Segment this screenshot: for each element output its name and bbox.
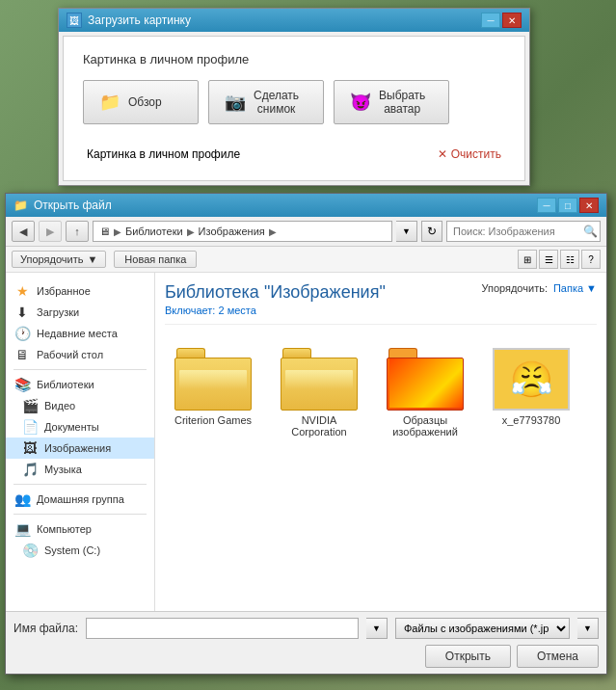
images-icon: 🖼: [21, 440, 39, 456]
file-item-nvidia[interactable]: NVIDIACorporation: [271, 344, 367, 441]
file-close-button[interactable]: ✕: [579, 198, 599, 213]
sidebar-computer-label: Компьютер: [37, 523, 92, 535]
sidebar-item-systemc[interactable]: 💿 System (C:): [6, 540, 154, 561]
sidebar-downloads-label: Загрузки: [37, 306, 79, 318]
new-folder-button[interactable]: Новая папка: [114, 251, 197, 268]
homegroup-section: 👥 Домашняя группа: [6, 489, 154, 510]
file-dialog: 📁 Открыть файл ─ □ ✕ ◀ ▶ ↑ 🖥 ▶ Библиотек…: [5, 193, 607, 675]
browse-label: Обзор: [128, 95, 162, 109]
browse-icon: 📁: [99, 92, 121, 113]
address-dropdown[interactable]: ▼: [396, 221, 417, 242]
meme-thumbnail: 😤: [493, 348, 570, 411]
avatar-button[interactable]: 😈 Выбратьаватар: [334, 80, 449, 124]
file-dialog-titlebar: 📁 Открыть файл ─ □ ✕: [6, 194, 606, 217]
computer-icon: 💻: [13, 521, 31, 537]
file-dialog-icon: 📁: [13, 199, 28, 212]
address-bar[interactable]: 🖥 ▶ Библиотеки ▶ Изображения ▶: [93, 221, 392, 242]
nvidia-label: NVIDIACorporation: [291, 414, 346, 438]
sidebar-item-video[interactable]: 🎬 Видео: [6, 395, 154, 416]
forward-button[interactable]: ▶: [39, 221, 62, 242]
view-details-button[interactable]: ☷: [560, 250, 579, 269]
refresh-button[interactable]: ↻: [421, 221, 442, 242]
browse-button[interactable]: 📁 Обзор: [83, 80, 199, 124]
clear-link[interactable]: ✕ Очистить: [438, 147, 501, 161]
search-container: 🔍: [446, 221, 601, 242]
library-subtitle-link[interactable]: 2 места: [218, 305, 255, 316]
organize-button[interactable]: Упорядочить ▼: [12, 251, 106, 268]
close-button[interactable]: ✕: [502, 13, 522, 28]
upload-footer-text: Картинка в личном профиле: [87, 147, 240, 161]
meme-label: x_e7793780: [502, 414, 561, 426]
libraries-section: 📚 Библиотеки 🎬 Видео 📄 Документы 🖼 Изобр…: [6, 374, 154, 480]
clear-x-icon: ✕: [438, 147, 447, 161]
sidebar-sep-3: [13, 514, 147, 515]
sidebar-item-libraries[interactable]: 📚 Библиотеки: [6, 374, 154, 395]
downloads-icon: ⬇: [13, 305, 31, 320]
filename-input[interactable]: [86, 618, 359, 639]
sidebar-item-desktop[interactable]: 🖥 Рабочий стол: [6, 344, 154, 365]
file-main: ★ Избранное ⬇ Загрузки 🕐 Недавние места …: [6, 273, 606, 611]
organize-chevron: ▼: [87, 253, 97, 265]
sidebar-systemc-label: System (C:): [44, 544, 100, 556]
upload-buttons: 📁 Обзор 📷 Сделатьснимок 😈 Выбратьаватар: [83, 80, 505, 124]
organize-label: Упорядочить: [20, 253, 83, 265]
sidebar-music-label: Музыка: [44, 464, 82, 475]
snapshot-button[interactable]: 📷 Сделатьснимок: [208, 80, 324, 124]
sidebar-item-homegroup[interactable]: 👥 Домашняя группа: [6, 489, 154, 510]
computer-section: 💻 Компьютер 💿 System (C:): [6, 518, 154, 561]
desktop-icon: 🖥: [13, 347, 31, 362]
meme-face: 😤: [495, 350, 568, 409]
music-icon: 🎵: [21, 462, 39, 477]
view-icons-button[interactable]: ⊞: [518, 250, 537, 269]
sidebar-item-favorites[interactable]: ★ Избранное: [6, 280, 154, 302]
filename-dropdown[interactable]: ▼: [366, 618, 388, 639]
sort-value-button[interactable]: Папка ▼: [553, 282, 597, 294]
sidebar-item-recent[interactable]: 🕐 Недавние места: [6, 323, 154, 344]
open-button[interactable]: Открыть: [425, 645, 511, 668]
sidebar-item-music[interactable]: 🎵 Музыка: [6, 459, 154, 480]
search-input[interactable]: [446, 221, 601, 242]
file-item-samples[interactable]: Образцыизображений: [377, 344, 473, 441]
file-dialog-title: Открыть файл: [34, 199, 112, 212]
nvidia-folder-icon: [281, 348, 358, 411]
upload-content: Картинка в личном профиле 📁 Обзор 📷 Сдел…: [63, 36, 525, 181]
sidebar: ★ Избранное ⬇ Загрузки 🕐 Недавние места …: [6, 273, 155, 611]
help-button[interactable]: ?: [581, 250, 601, 269]
criterion-label: Criterion Games: [174, 414, 252, 426]
upload-dialog-controls: ─ ✕: [481, 13, 522, 28]
homegroup-icon: 👥: [13, 491, 31, 507]
sort-chevron-icon: ▼: [586, 282, 597, 294]
snapshot-label: Сделатьснимок: [254, 89, 299, 116]
file-item-criterion[interactable]: Criterion Games: [165, 344, 261, 441]
sidebar-desktop-label: Рабочий стол: [37, 349, 103, 360]
back-button[interactable]: ◀: [12, 221, 35, 242]
sidebar-item-downloads[interactable]: ⬇ Загрузки: [6, 302, 154, 323]
sidebar-favorites-label: Избранное: [37, 285, 91, 297]
sidebar-item-documents[interactable]: 📄 Документы: [6, 416, 154, 438]
file-minimize-button[interactable]: ─: [537, 198, 556, 213]
sidebar-item-computer[interactable]: 💻 Компьютер: [6, 518, 154, 540]
file-grid: Criterion Games NVIDIACorporation: [165, 334, 597, 451]
sidebar-recent-label: Недавние места: [37, 328, 118, 339]
clear-label: Очистить: [451, 147, 501, 161]
up-button[interactable]: ↑: [66, 221, 89, 242]
sec-toolbar: Упорядочить ▼ Новая папка ⊞ ☰ ☷ ?: [6, 247, 606, 273]
sidebar-video-label: Видео: [44, 400, 75, 411]
file-item-meme[interactable]: 😤 x_e7793780: [483, 344, 579, 441]
avatar-icon: 😈: [350, 92, 371, 113]
disk-icon: 💿: [21, 543, 39, 558]
minimize-button[interactable]: ─: [481, 13, 500, 28]
upload-dialog-titlebar: 🖼 Загрузить картинку ─ ✕: [59, 9, 529, 32]
filetype-dropdown[interactable]: ▼: [577, 618, 599, 639]
file-maximize-button[interactable]: □: [558, 198, 577, 213]
search-icon[interactable]: 🔍: [581, 223, 599, 240]
filename-label: Имя файла:: [13, 622, 78, 635]
view-list-button[interactable]: ☰: [539, 250, 558, 269]
filetype-select[interactable]: Файлы с изображениями (*.jp: [395, 618, 570, 639]
cancel-button[interactable]: Отмена: [517, 645, 599, 668]
new-folder-label: Новая папка: [124, 253, 186, 265]
address-computer-icon: 🖥: [99, 226, 110, 237]
library-subtitle: Включает: 2 места: [165, 305, 386, 316]
sidebar-item-images[interactable]: 🖼 Изображения: [6, 438, 154, 459]
recent-icon: 🕐: [13, 326, 31, 341]
